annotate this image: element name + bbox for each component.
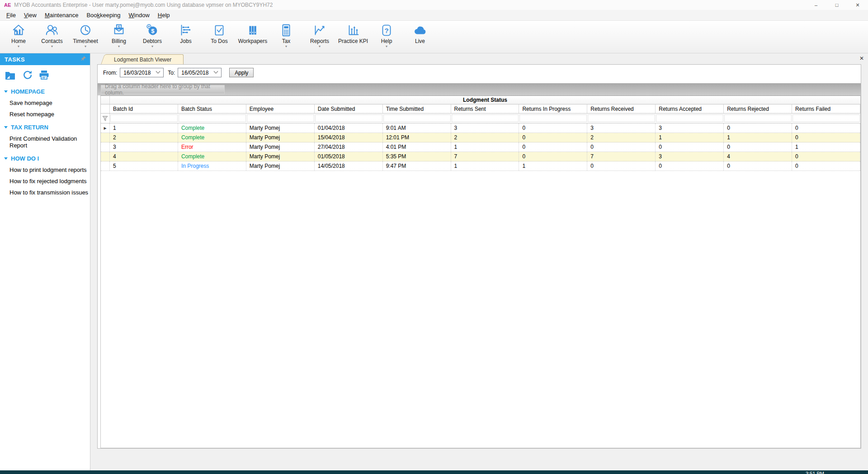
app-logo: AE: [4, 2, 11, 8]
sidebar-item-print-combined-validation-report[interactable]: Print Combined Validation Report: [0, 133, 90, 152]
filter-funnel-icon[interactable]: [102, 116, 108, 121]
toolbar-practice-kpi[interactable]: Practice KPI ▾: [336, 21, 370, 53]
toolbar-reports[interactable]: Reports ▾: [303, 21, 336, 53]
toolbar-help[interactable]: ? Help ▾: [370, 21, 403, 53]
column-header-date-submitted[interactable]: Date Submitted: [315, 104, 383, 113]
from-date-dropdown[interactable]: 16/03/2018: [120, 68, 164, 77]
cell-returns-sent: 3: [451, 123, 519, 133]
date-filter-bar: From: 16/03/2018 To: 16/05/2018 Apply: [98, 65, 861, 81]
filter-cell[interactable]: [452, 114, 519, 122]
column-header-employee[interactable]: Employee: [246, 104, 315, 113]
apply-button[interactable]: Apply: [229, 68, 254, 77]
table-row[interactable]: 4 Complete Marty Pomej 01/05/2018 5:35 P…: [101, 152, 860, 161]
toolbar-workpapers[interactable]: Workpapers ▾: [236, 21, 269, 53]
collapse-triangle-icon: [4, 126, 8, 128]
column-header-returns-rejected[interactable]: Returns Rejected: [724, 104, 792, 113]
pin-icon[interactable]: [80, 56, 86, 63]
filter-cell[interactable]: [315, 114, 382, 122]
cell-returns-accepted: 0: [656, 161, 724, 171]
toolbar-label: Live: [415, 38, 425, 44]
tab-lodgment-batch-viewer[interactable]: Lodgment Batch Viewer: [107, 54, 184, 64]
table-row[interactable]: 3 Error Marty Pomej 27/04/2018 4:01 PM 1…: [101, 142, 860, 152]
to-date-dropdown[interactable]: 16/05/2018: [178, 68, 222, 77]
sidebar-section-tax-return[interactable]: TAX RETURN: [0, 120, 90, 133]
close-button[interactable]: ✕: [847, 0, 868, 10]
menu-view[interactable]: View: [20, 10, 41, 20]
sidebar-item-how-to-print-lodgment-reports[interactable]: How to print lodgment reports: [0, 165, 90, 176]
help-question-icon: ?: [379, 23, 394, 38]
toolbar-label: Workpapers: [238, 38, 267, 44]
menu-window[interactable]: Window: [125, 10, 154, 20]
sidebar-item-how-to-fix-rejected-lodgments[interactable]: How to fix rejected lodgments: [0, 176, 90, 187]
cell-employee: Marty Pomej: [246, 152, 315, 161]
column-header-returns-received[interactable]: Returns Received: [587, 104, 656, 113]
column-header-returns-accepted[interactable]: Returns Accepted: [656, 104, 724, 113]
filter-cell[interactable]: [110, 114, 178, 122]
windows-taskbar[interactable]: 3:51 PM: [0, 470, 868, 474]
cell-date-submitted: 01/04/2018: [315, 123, 383, 133]
menu-bookkeeping[interactable]: Bookkeeping: [82, 10, 124, 20]
toolbar-live[interactable]: Live ▾: [403, 21, 437, 53]
tab-close-icon[interactable]: ✕: [859, 56, 864, 61]
toolbar-debtors[interactable]: $ Debtors ▾: [136, 21, 169, 53]
toolbar-home[interactable]: Home ▾: [2, 21, 35, 53]
menu-help[interactable]: Help: [154, 10, 174, 20]
refresh-icon[interactable]: [22, 70, 33, 82]
sidebar-item-reset-homepage[interactable]: Reset homepage: [0, 109, 90, 120]
toolbar-todos[interactable]: To Dos ▾: [203, 21, 236, 53]
sidebar-section-homepage[interactable]: HOMEPAGE: [0, 85, 90, 98]
maximize-button[interactable]: □: [826, 0, 847, 10]
from-label: From:: [103, 70, 117, 76]
workpapers-icon: [245, 23, 260, 38]
menu-file[interactable]: File: [2, 10, 20, 20]
filter-cell[interactable]: [724, 114, 792, 122]
filter-cell[interactable]: [383, 114, 451, 122]
filter-cell[interactable]: [588, 114, 655, 122]
filter-cell[interactable]: [519, 114, 587, 122]
group-by-hint[interactable]: Drag a column header here to group by th…: [101, 85, 225, 94]
column-header-returns-sent[interactable]: Returns Sent: [451, 104, 519, 113]
column-header-returns-in-progress[interactable]: Returns In Progress: [519, 104, 587, 113]
toolbar-billing[interactable]: $ Billing ▾: [102, 21, 136, 53]
column-header-row: Batch Id Batch Status Employee Date Subm…: [101, 104, 860, 114]
cell-time-submitted: 5:35 PM: [383, 152, 451, 161]
menu-bar: File View Maintenance Bookkeeping Window…: [0, 10, 868, 21]
cell-batch-status: Complete: [178, 152, 246, 161]
printer-icon[interactable]: [38, 70, 50, 82]
toolbar-timesheet[interactable]: Timesheet ▾: [69, 21, 102, 53]
filter-cell[interactable]: [179, 114, 246, 122]
todos-clipboard-icon: [212, 23, 227, 38]
cell-employee: Marty Pomej: [246, 161, 315, 171]
filter-cell[interactable]: [793, 114, 860, 122]
tab-strip: Lodgment Batch Viewer ✕: [90, 53, 868, 64]
toolbar-label: Reports: [310, 38, 329, 44]
row-indicator: [101, 133, 110, 142]
cell-date-submitted: 27/04/2018: [315, 142, 383, 152]
window-controls: – □ ✕: [806, 0, 868, 10]
title-bar: AE MYOB Accountants Enterprise - User ma…: [0, 0, 868, 10]
row-indicator: [101, 142, 110, 152]
column-header-time-submitted[interactable]: Time Submitted: [383, 104, 451, 113]
table-row[interactable]: 2 Complete Marty Pomej 15/04/2018 12:01 …: [101, 133, 860, 142]
toolbar-label: Timesheet: [73, 38, 98, 44]
column-header-returns-failed[interactable]: Returns Failed: [792, 104, 860, 113]
open-folder-icon[interactable]: [5, 70, 16, 82]
clock-text: 3:51 PM: [806, 471, 824, 474]
filter-cell[interactable]: [247, 114, 314, 122]
toolbar-contacts[interactable]: Contacts ▾: [35, 21, 69, 53]
column-header-batch-status[interactable]: Batch Status: [178, 104, 246, 113]
toolbar-jobs[interactable]: Jobs ▾: [169, 21, 203, 53]
filter-cell[interactable]: [656, 114, 723, 122]
table-row[interactable]: 5 In Progress Marty Pomej 14/05/2018 9:4…: [101, 161, 860, 171]
sidebar-item-how-to-fix-transmission-issues[interactable]: How to fix transmission issues: [0, 187, 90, 199]
minimize-button[interactable]: –: [806, 0, 826, 10]
sidebar-section-how-do-i[interactable]: HOW DO I: [0, 152, 90, 165]
table-row[interactable]: ▶ 1 Complete Marty Pomej 01/04/2018 9:01…: [101, 123, 860, 133]
toolbar-label: To Dos: [211, 38, 227, 44]
menu-maintenance[interactable]: Maintenance: [41, 10, 82, 20]
column-header-batch-id[interactable]: Batch Id: [110, 104, 178, 113]
cell-batch-id: 5: [110, 161, 178, 171]
sidebar-item-save-homepage[interactable]: Save homepage: [0, 98, 90, 109]
toolbar-tax[interactable]: Tax ▾: [269, 21, 303, 53]
svg-text:$: $: [151, 28, 155, 34]
